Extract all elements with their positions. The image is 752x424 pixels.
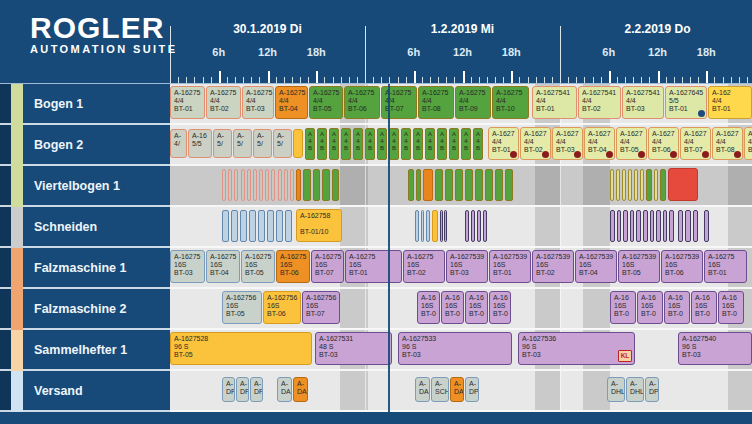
job-stripe[interactable] [445, 169, 453, 201]
job-stripe[interactable]: A4B [425, 128, 435, 160]
job-block[interactable]: A-1616SBT-0 [718, 291, 744, 324]
job-stripe[interactable] [423, 169, 433, 201]
job-block[interactable]: A-16274/4BT-03 [552, 127, 583, 160]
job-block[interactable] [668, 168, 698, 201]
job-stripe[interactable] [663, 210, 668, 242]
job-block[interactable]: A-5/ [233, 129, 252, 158]
job-stripe[interactable] [234, 169, 238, 201]
job-block[interactable]: A-1627516SBT-01 [345, 250, 402, 283]
job-block[interactable]: A-1616SBT-0 [691, 291, 717, 324]
sidebar-row[interactable]: Schneiden [0, 207, 170, 248]
job-stripe[interactable] [636, 210, 641, 242]
job-stripe[interactable] [285, 210, 292, 242]
job-block[interactable]: A-1616SBT-0 [637, 291, 663, 324]
job-stripe[interactable] [669, 210, 674, 242]
job-block[interactable]: A-1616SBT-0 [489, 291, 511, 324]
job-stripe[interactable] [685, 210, 690, 242]
job-stripe[interactable] [222, 210, 229, 242]
job-stripe[interactable]: A4B [305, 128, 315, 160]
job-block[interactable]: A-DHL [607, 377, 625, 402]
job-stripe[interactable] [231, 210, 238, 242]
job-stripe[interactable] [630, 210, 635, 242]
job-block[interactable]: A-DHL [626, 377, 644, 402]
job-stripe[interactable] [505, 169, 513, 201]
job-block[interactable] [293, 129, 303, 158]
job-stripe[interactable] [228, 169, 232, 201]
job-block[interactable]: A-1627516SBT-06 [276, 250, 310, 283]
job-stripe[interactable] [303, 169, 311, 201]
job-stripe[interactable] [654, 169, 658, 201]
job-block[interactable]: A-162753916SBT-02 [532, 250, 574, 283]
job-block[interactable]: A-4/BT [744, 127, 752, 160]
job-block[interactable]: A-1616SBT-0 [664, 291, 690, 324]
job-stripe[interactable] [650, 210, 655, 242]
job-block[interactable]: A-4/ [170, 129, 187, 158]
sidebar-row[interactable]: Versand [0, 371, 170, 412]
job-block[interactable]: A-16274/4BT-02 [520, 127, 551, 160]
job-block[interactable]: A-162754/4BT-10 [492, 86, 529, 119]
job-stripe[interactable] [634, 169, 638, 201]
job-stripe[interactable] [616, 169, 620, 201]
job-stripe[interactable]: A4B [329, 128, 339, 160]
job-stripe[interactable] [455, 169, 463, 201]
job-block[interactable]: A-5/ [273, 129, 292, 158]
job-stripe[interactable] [610, 210, 615, 242]
job-stripe[interactable] [296, 169, 301, 201]
job-block[interactable]: A-5/ [213, 129, 232, 158]
job-block[interactable]: A-162754/4BT-03 [242, 86, 274, 119]
job-block[interactable]: A-1627516SBT-05 [241, 250, 275, 283]
job-stripe[interactable]: A4B [341, 128, 351, 160]
job-stripe[interactable] [408, 169, 414, 201]
job-stripe[interactable]: A4B [401, 128, 411, 160]
job-stripe[interactable] [656, 210, 661, 242]
job-stripe[interactable] [465, 169, 473, 201]
job-stripe[interactable] [610, 169, 614, 201]
job-block[interactable]: A-DP [236, 377, 249, 402]
job-block[interactable]: A-1627516SBT-02 [403, 250, 445, 283]
job-block[interactable]: A-1616SBT-0 [610, 291, 636, 324]
job-stripe[interactable] [253, 169, 257, 201]
job-stripe[interactable] [258, 210, 265, 242]
job-block[interactable]: A-162753916SBT-01 [489, 250, 531, 283]
job-block[interactable]: A-162753396 SBT-03 [398, 332, 512, 365]
job-stripe[interactable] [271, 169, 275, 201]
job-stripe[interactable] [435, 169, 443, 201]
job-block[interactable]: A-162753916SBT-03 [446, 250, 488, 283]
job-stripe[interactable]: A4B [449, 128, 459, 160]
job-stripe[interactable] [421, 210, 425, 242]
job-block[interactable]: A-162758BT-01/10 [296, 209, 342, 242]
job-block[interactable]: A-162753916SBT-06 [661, 250, 703, 283]
job-stripe[interactable] [249, 210, 256, 242]
job-block[interactable]: A-16274/4BT-04 [584, 127, 615, 160]
job-stripe[interactable]: A4B [461, 128, 471, 160]
job-block[interactable]: A-16275616SBT-05 [222, 291, 262, 324]
job-stripe[interactable] [267, 210, 274, 242]
sidebar-row[interactable]: Bogen 1 [0, 84, 170, 125]
job-block[interactable]: A-16274/4BT-06 [648, 127, 679, 160]
job-block[interactable]: A-1627516SBT-03 [170, 250, 205, 283]
job-block[interactable]: A-DA [415, 377, 430, 402]
job-stripe[interactable] [477, 210, 481, 242]
job-stripe[interactable] [278, 169, 282, 201]
job-stripe[interactable] [259, 169, 263, 201]
job-stripe[interactable] [495, 169, 503, 201]
job-stripe[interactable] [475, 169, 483, 201]
job-stripe[interactable]: A4B [473, 128, 483, 160]
job-block[interactable]: A-162753148 SBT-03 [315, 332, 392, 365]
job-block[interactable]: A-162754/4BT-02 [206, 86, 241, 119]
job-stripe[interactable] [416, 169, 422, 201]
job-stripe[interactable]: A4B [365, 128, 375, 160]
job-stripe[interactable] [247, 169, 251, 201]
gantt-chart-area[interactable]: A-162754/4BT-01A-162754/4BT-02A-162754/4… [170, 84, 752, 412]
job-stripe[interactable] [628, 169, 632, 201]
job-stripe[interactable]: A4B [437, 128, 447, 160]
job-block[interactable]: A-16274/4BT-07 [680, 127, 711, 160]
job-block[interactable]: A-16275616SBT-07 [302, 291, 340, 324]
job-stripe[interactable]: A4B [413, 128, 423, 160]
job-block[interactable]: A-1624/4BT-01 [708, 86, 752, 119]
job-stripe[interactable] [222, 169, 226, 201]
job-block[interactable]: A-162754096 SBT-03 [678, 332, 752, 365]
job-block[interactable]: A-DA [293, 377, 308, 402]
job-block[interactable]: A-1627516SBT-01 [704, 250, 747, 283]
job-block[interactable]: A-DP [645, 377, 659, 402]
